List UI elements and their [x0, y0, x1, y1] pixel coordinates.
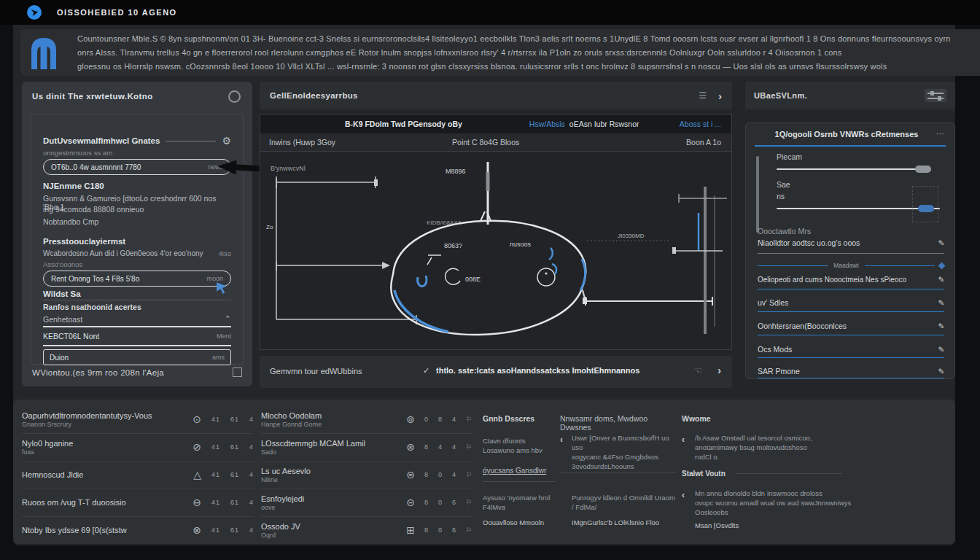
dimension-arrowhead [382, 262, 390, 269]
sketch-icon[interactable]: ⊖ [192, 497, 201, 508]
link-item[interactable]: Aysuso 'nyomarw hrol F4lMva [483, 493, 550, 512]
collapsible-row[interactable]: Genhetoast ⌃ [43, 314, 231, 324]
link-item[interactable]: IMgnGurlsc'b LOlKlsnio Floo [572, 518, 659, 527]
list-item[interactable]: Nylo0 hganine foas ⊘ 41 61 4 [22, 433, 254, 462]
chevron-left-icon[interactable]: ‹ [682, 490, 685, 500]
sketch-icon[interactable]: △ [193, 469, 201, 481]
dimension-tick-3 [672, 247, 676, 254]
sketch-icon[interactable]: ⊙ [192, 413, 201, 425]
collapsible-label: Genhetoast [43, 315, 82, 324]
sketch-icon[interactable]: ⊗ [192, 524, 201, 536]
sketch-icon[interactable]: ⊞ [406, 524, 415, 536]
column-header: Wwome [682, 414, 711, 423]
frame-icon[interactable] [233, 368, 242, 377]
list-item[interactable]: Oapurhvtdltromnodentantutysy-Vous Gnanon… [22, 405, 254, 434]
chevron-up-icon[interactable]: ⌃ [225, 314, 231, 324]
pencil-icon[interactable]: ✎ [938, 367, 944, 376]
flag-icon: ⚐ [466, 499, 472, 506]
pencil-icon[interactable]: ✎ [938, 322, 944, 330]
company-label: Nobtandbo Cmp [43, 217, 231, 226]
list-item-ranfos[interactable]: Ranfos nsathoonid acertes [43, 303, 231, 311]
list-item[interactable]: Ruoos om /vug T-T duoosisio ⊖ 41 61 4 [22, 489, 254, 517]
editable-field-6[interactable]: SAR Pmone ✎ [758, 367, 944, 376]
right-top-tick-line [679, 194, 727, 203]
tab-link[interactable]: Hsw/Absis [529, 120, 565, 128]
group-label: Oooctawtlo Mrs [758, 227, 811, 236]
list-item[interactable]: LOsscdtemmgb MCAM Lamil Sado ⊛ 8 4 4 ⚐ [261, 433, 472, 462]
gear-icon[interactable]: ⚙ [222, 135, 231, 147]
divider [736, 473, 842, 474]
tab-view-main[interactable]: B-K9 FDolm Twd PGensody oBy [345, 120, 462, 128]
sketch-icon[interactable]: ⊚ [406, 413, 415, 425]
editable-field-1[interactable]: Niaolldtor aodtsc uo.og's ooos ✎ [758, 238, 944, 247]
pencil-icon[interactable]: ✎ [938, 298, 944, 307]
reference-input[interactable]: OT6b..0 4w ausmnnnt 7780 news [43, 159, 231, 175]
name-field[interactable]: KEBCT06L Nont Ment [43, 326, 231, 346]
list-item[interactable]: Ossodo JV Oqrd ⊞ 8 0 6 ⚐ [261, 516, 472, 544]
status-view-name: Inwins (Huwp 3Goy [269, 138, 335, 147]
editable-field-5[interactable]: Ocs Mods ✎ [758, 345, 944, 354]
pencil-icon[interactable]: ✎ [938, 345, 944, 354]
link-label[interactable]: Stalwt Voutn [682, 470, 726, 478]
sketch-icon[interactable]: ⊘ [192, 441, 201, 453]
field4-underline [758, 335, 944, 335]
cad-drawing[interactable]: B'ynwwcvNl Zo M8896 KIDB/I08AXA [260, 152, 731, 350]
chevron-right-icon[interactable]: › [718, 90, 722, 102]
chevron-left-icon[interactable]: ‹ [560, 435, 563, 445]
link-item[interactable]: Uswr [Onver a Buomcsbo/fH uo uso xogycan… [572, 433, 677, 471]
list-item[interactable]: Ls uc Aesevlo Nikne ⊜ 8 0 4 ⚐ [261, 461, 472, 489]
drawing-canvas-panel: B-K9 FDolm Twd PGensody oBy Hsw/Absis oE… [260, 114, 732, 350]
flag-icon: ⚐ [466, 526, 472, 534]
chevron-left-icon[interactable]: ‹ [682, 435, 685, 445]
pencil-icon[interactable]: ✎ [938, 275, 944, 284]
hand-icon[interactable]: ☜ [694, 365, 702, 376]
link-item[interactable]: Mn annu dlonoldo bldn Inswmooc droloss o… [695, 489, 851, 517]
plan-input[interactable]: Rent Onong Tos 4 F8s 5'8o moon [43, 271, 231, 287]
center-panel-header: GellEnoldeesyarrbus ☰ › [260, 82, 732, 109]
subsection-title: Wildst Sa [43, 289, 231, 298]
sketch-icon[interactable]: ⊛ [406, 441, 415, 453]
slider1-track[interactable] [777, 168, 931, 170]
list-item[interactable]: Esnfoylejedi oove ⊝ 8 0 6 ⚐ [261, 489, 472, 517]
window-title: OISSOHEBIED 10 AGENO [57, 8, 177, 17]
check-icon: ✓ [423, 366, 429, 376]
link-item[interactable]: Ctavn dfuonts Losawuno ams hbv [483, 436, 542, 455]
dimension-tick-2 [583, 298, 587, 304]
name-field-value: KEBCT06L Nont [43, 332, 99, 341]
status-zoom: Boon A 1o [686, 138, 721, 147]
chevron-right-icon[interactable]: › [718, 364, 721, 376]
sliders-icon[interactable] [925, 89, 946, 102]
pencil-icon[interactable]: ✎ [938, 238, 944, 247]
tab-more[interactable]: Aboss st i ... [680, 120, 721, 128]
field4-value: Oonhtersraen(Booconlces [758, 322, 847, 330]
divider-marker[interactable] [938, 262, 946, 269]
menu-icon[interactable]: ☰ [699, 90, 707, 101]
status-ring-icon[interactable] [228, 90, 241, 103]
link-item[interactable]: Oouavlloso Mmooln [483, 518, 544, 527]
link-item[interactable]: Msan [Osvdlts [695, 521, 739, 530]
editable-field-4[interactable]: Oonhtersraen(Booconlces ✎ [758, 322, 944, 330]
editable-field-3[interactable]: uv' Sdles ✎ [758, 298, 944, 307]
link-item[interactable]: óyucsans Gansdlwr [483, 467, 546, 475]
editable-field-2[interactable]: Oeliopeoti ard cums Noooctmeia Nes sPieo… [758, 275, 944, 284]
more-options-icon[interactable]: ⋯ [936, 129, 944, 139]
center-panel-title: GellEnoldeesyarrbus [270, 91, 358, 100]
tab-view-secondary[interactable]: oEAsn Iubr Rswsnor [569, 120, 639, 128]
bottom-column-c: Gnnb Dsscres Ctavn dfuonts Losawuno ams … [483, 400, 559, 544]
list-item[interactable]: Ntoby Ibs ydsse 69 [0(s(ststw ⊗ 41 61 4 [22, 516, 254, 544]
field3-underline [758, 311, 944, 312]
scrollbar[interactable] [756, 156, 759, 233]
mast-base-detail [481, 211, 491, 221]
link-item[interactable]: /b Asaw Onstadl ual tesorcol osmicoo, an… [695, 433, 812, 462]
list-item[interactable]: Mlocho Oodolam Hanpe Gonnd Gome ⊚ 0 8 4 … [261, 405, 472, 434]
link-row[interactable]: Stalwt Voutn [682, 470, 842, 478]
sketch-icon[interactable]: ⊝ [406, 497, 415, 508]
sketch-icon[interactable]: ⊜ [406, 469, 415, 481]
duion-field[interactable]: Duion ams [43, 349, 231, 365]
link-item[interactable]: Punrogyv ldleon d Omnlldl Uraom / FdlMa/ [572, 493, 675, 512]
hull-outline[interactable] [391, 221, 586, 335]
list-item[interactable]: Hemnoscud Jldie △ 41 61 4 [22, 461, 254, 489]
slider1-knob[interactable] [915, 166, 931, 173]
item-line: Uswr [Onver a Buomcsbo/fH uo uso [572, 433, 677, 452]
item-subtitle: Nikne [261, 476, 311, 483]
